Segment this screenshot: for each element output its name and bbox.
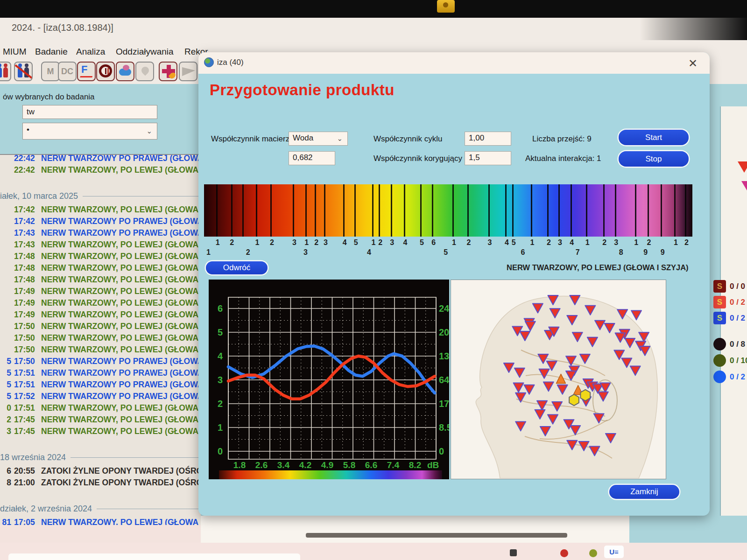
spectrum-tick: 5: [444, 248, 448, 257]
list-item[interactable]: 620:55ZATOKI ŻYLNE OPONY TWARDEJ (OŚRODK…: [0, 466, 201, 478]
svg-text:8.5: 8.5: [439, 422, 449, 433]
spectrum-tick: 3: [324, 238, 328, 247]
list-item[interactable]: 22:42NERW TWARZOWY PO PRAWEJ (GŁOWA I S: [0, 154, 201, 165]
therapy-cross-icon[interactable]: [159, 62, 177, 81]
dialog-heading: Przygotowanie produktu: [210, 81, 395, 99]
cloud-chat-icon[interactable]: [116, 62, 134, 81]
svg-text:6: 6: [218, 303, 223, 314]
remove-patient-icon[interactable]: [14, 62, 33, 81]
search-input[interactable]: tw: [22, 105, 157, 119]
invert-button[interactable]: Odwróć: [206, 261, 268, 274]
screen: 2024. - [iza(13.08.1984)] MIUM Badanie A…: [0, 0, 747, 560]
measure-m-icon[interactable]: M: [41, 62, 60, 81]
spectrum-divider: [615, 184, 616, 237]
spectrum-divider: [512, 184, 514, 237]
status-counter: 0 / 10: [713, 354, 747, 367]
svg-text:7.4: 7.4: [387, 460, 400, 470]
spectrum-tick: 3: [558, 238, 562, 247]
spectrum-tick: 2: [246, 248, 250, 257]
spectrum-tick: 4: [570, 238, 574, 247]
spectrum-tick: 1: [206, 248, 211, 257]
matrix-dropdown[interactable]: Woda ⌄: [289, 132, 348, 146]
correction-coefficient-label: Współczynnik korygujący: [374, 154, 462, 163]
list-item[interactable]: 8117:05NERW TWARZOWY, PO LEWEJ (GŁOWA I …: [0, 518, 201, 525]
close-icon[interactable]: ✕: [688, 57, 698, 70]
spectrum-tick: 2: [466, 238, 471, 247]
list-item[interactable]: 17:42NERW TWARZOWY, PO LEWEJ (GŁOWA I SZ: [0, 205, 201, 217]
spectrum-divider: [256, 184, 257, 237]
spectrum-divider: [379, 184, 380, 237]
menu-item-mium[interactable]: MIUM: [3, 47, 27, 57]
svg-text:1: 1: [218, 422, 223, 433]
marker-triangle-icon: [738, 161, 747, 173]
list-item[interactable]: 17:48NERW TWARZOWY, PO LEWEJ (GŁOWA I SZ: [0, 263, 201, 275]
toolbar: M DC F: [0, 62, 201, 84]
patients-icon[interactable]: [0, 62, 11, 81]
counter-circle-icon: [713, 354, 726, 367]
list-item[interactable]: 017:51NERW TWARZOWY, PO LEWEJ (GŁOWA I S…: [0, 403, 201, 415]
svg-text:17: 17: [439, 399, 449, 409]
stop-button[interactable]: Stop: [619, 151, 689, 167]
spectrum-tick: 3: [390, 238, 394, 247]
spectrum-sub-ticks: 12123123451234561234512341231212: [204, 238, 692, 248]
filter-dropdown[interactable]: • ⌄: [22, 123, 157, 140]
send-icon[interactable]: [179, 62, 197, 81]
taskbar-icon-dark[interactable]: [510, 549, 517, 556]
counter-s-icon: S: [713, 280, 726, 293]
passes-count-label: Liczba przejść: 9: [532, 134, 592, 144]
spectrum-divider: [293, 184, 294, 237]
status-counter: S0 / 2: [713, 296, 745, 308]
chevron-down-icon: ⌄: [146, 127, 152, 135]
spectrum-tick: 1: [634, 238, 638, 247]
list-item[interactable]: 517:50NERW TWARZOWY PO PRAWEJ (GŁOWA I S: [0, 357, 201, 368]
spectrum-tick: 1: [452, 238, 456, 247]
signal-chart: 012345624420013564178.501.82.63.44.24.95…: [209, 280, 449, 479]
frequency-spectrum-bar[interactable]: [204, 184, 692, 237]
list-item[interactable]: 517:51NERW TWARZOWY PO PRAWEJ (GŁOWA I S: [0, 380, 201, 392]
list-item[interactable]: 17:50NERW TWARZOWY, PO LEWEJ (GŁOWA I SZ: [0, 322, 201, 333]
counter-s-icon: S: [713, 312, 726, 324]
monitor-bezel: [0, 0, 747, 18]
matrix-coefficient-label: Współczynnik macierzy: [211, 134, 294, 144]
taskbar-app-icon[interactable]: U≡: [604, 546, 624, 558]
list-item[interactable]: 821:00ZATOKI ŻYLNE OPONY TWARDEJ (OŚRODK…: [0, 478, 201, 490]
list-item[interactable]: 17:49NERW TWARZOWY, PO LEWEJ (GŁOWA I SZ: [0, 310, 201, 322]
examination-list: 22:34NERW TWARZOWY PO PRAWEJ (GŁOWA I S2…: [0, 154, 201, 525]
list-item[interactable]: 517:51NERW TWARZOWY PO PRAWEJ (GŁOWA I S: [0, 368, 201, 380]
spectrum-tick: 2: [647, 238, 651, 247]
list-item[interactable]: 17:49NERW TWARZOWY, PO LEWEJ (GŁOWA I SZ: [0, 298, 201, 310]
frequency-icon[interactable]: F: [77, 62, 96, 81]
cycle-coefficient-input[interactable]: 1,00: [465, 132, 511, 146]
list-item[interactable]: 17:43NERW TWARZOWY, PO LEWEJ (GŁOWA I SZ: [0, 240, 201, 252]
close-dialog-button[interactable]: Zamknij: [609, 485, 679, 499]
start-button[interactable]: Start: [619, 130, 689, 145]
list-item[interactable]: 17:48NERW TWARZOWY, PO LEWEJ (GŁOWA I SZ: [0, 252, 201, 263]
menu-item-analiza[interactable]: Analiza: [76, 47, 105, 57]
list-item[interactable]: 17:48NERW TWARZOWY, PO LEWEJ (GŁOWA I SZ: [0, 275, 201, 287]
list-item[interactable]: 217:45NERW TWARZOWY, PO LEWEJ (GŁOWA I S…: [0, 415, 201, 427]
svg-text:0: 0: [439, 446, 444, 456]
head-map: [451, 280, 666, 479]
list-item[interactable]: 22:42NERW TWARZOWY, PO LEWEJ (GŁOWA I SZ: [0, 165, 201, 177]
scrollbar-thumb[interactable]: [306, 533, 567, 538]
dc-mode-icon[interactable]: DC: [58, 62, 77, 81]
correction-coefficient-input[interactable]: 1,5: [465, 151, 511, 165]
menu-item-oddzialywania[interactable]: Oddziaływania: [116, 47, 174, 57]
nutrition-icon[interactable]: [96, 62, 115, 81]
menu-item-badanie[interactable]: Badanie: [35, 47, 68, 57]
taskbar-window-preview[interactable]: [8, 553, 300, 560]
taskbar-icon-olive[interactable]: [589, 549, 597, 557]
list-item[interactable]: 317:45NERW TWARZOWY, PO LEWEJ (GŁOWA I S…: [0, 427, 201, 438]
spectrum-divider: [354, 184, 356, 237]
list-item[interactable]: 17:50NERW TWARZOWY, PO LEWEJ (GŁOWA I SZ: [0, 345, 201, 357]
coefficient-input[interactable]: 0,682: [289, 151, 335, 165]
svg-text:244: 244: [439, 303, 449, 314]
list-item[interactable]: 17:43NERW TWARZOWY PO PRAWEJ (GŁOWA I S: [0, 228, 201, 240]
droplet-icon[interactable]: [135, 62, 154, 81]
taskbar-icon-red[interactable]: [560, 549, 568, 557]
list-item[interactable]: 17:49NERW TWARZOWY, PO LEWEJ (GŁOWA I SZ: [0, 287, 201, 298]
list-item[interactable]: 517:52NERW TWARZOWY PO PRAWEJ (GŁOWA I S: [0, 392, 201, 403]
list-item[interactable]: 17:42NERW TWARZOWY PO PRAWEJ (GŁOWA I S: [0, 217, 201, 228]
list-item[interactable]: 17:50NERW TWARZOWY, PO LEWEJ (GŁOWA I SZ: [0, 333, 201, 345]
counter-value: 0 / 2: [730, 298, 745, 307]
